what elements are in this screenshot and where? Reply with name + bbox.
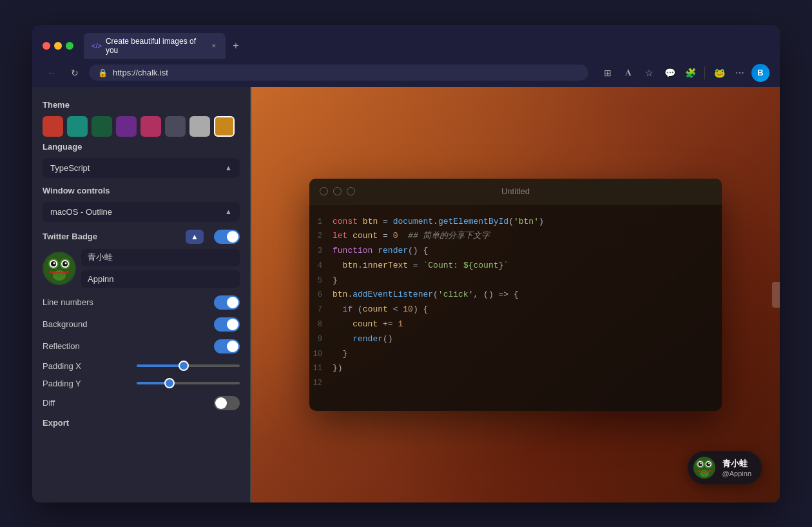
toolbar-right: ⊞ 𝐀 ☆ 💬 🧩 🐸 ⋯ B <box>599 64 769 82</box>
color-swatch-light-gray[interactable] <box>189 116 210 137</box>
twitter-badge-label: Twitter Badge <box>43 232 97 241</box>
window-controls-value: macOS - Outline <box>50 207 112 217</box>
padding-y-row: Padding Y <box>43 379 240 388</box>
grid-view-button[interactable]: ⊞ <box>599 64 617 82</box>
color-swatch-teal[interactable] <box>67 116 88 137</box>
background-label: Background <box>43 319 87 329</box>
code-minimize-dot <box>333 187 342 195</box>
lock-icon: 🔒 <box>98 68 108 77</box>
reader-mode-button[interactable]: 𝐀 <box>619 64 637 82</box>
twitter-badge-header: Twitter Badge ▲ <box>43 230 240 244</box>
badge-text: 青小蛙 @Appinn <box>722 458 751 477</box>
padding-x-label: Padding X <box>43 361 81 371</box>
code-line-4: 4 btn.innerText = `Count: ${count}` <box>309 259 722 273</box>
toolbar-divider <box>704 66 705 79</box>
code-line-9: 9 render() <box>309 332 722 347</box>
padding-x-slider[interactable] <box>137 364 240 367</box>
browser-window: </> Create beautiful images of you ✕ + ←… <box>32 25 780 502</box>
active-tab[interactable]: </> Create beautiful images of you ✕ <box>84 33 226 59</box>
language-dropdown[interactable]: TypeScript ▲ <box>43 158 240 178</box>
line-numbers-toggle[interactable] <box>214 295 240 310</box>
code-line-12: 12 <box>309 376 722 391</box>
title-bar: </> Create beautiful images of you ✕ + ←… <box>32 25 780 87</box>
color-swatch-red[interactable] <box>43 116 63 137</box>
twitter-badge-section: Twitter Badge ▲ <box>43 230 240 288</box>
code-line-10: 10 } <box>309 347 722 362</box>
color-swatch-purple[interactable] <box>116 116 137 137</box>
svg-point-8 <box>65 262 67 264</box>
frog-button[interactable]: 🐸 <box>710 64 728 82</box>
color-swatch-orange[interactable] <box>214 116 235 137</box>
badge-display-name: 青小蛙 <box>722 458 751 470</box>
svg-point-9 <box>53 270 66 281</box>
code-line-2: 2 let count = 0 ## 简单的分享下文字 <box>309 229 722 244</box>
background-toggle[interactable] <box>214 317 240 332</box>
tab-code-icon: </> <box>92 42 102 50</box>
color-swatch-dark-gray[interactable] <box>165 116 186 137</box>
diff-toggle[interactable] <box>214 396 240 410</box>
window-controls-label: Window controls <box>43 186 240 195</box>
code-line-7: 7 if (count < 10) { <box>309 303 722 317</box>
twitter-badge-widget: 青小蛙 @Appinn <box>688 451 762 484</box>
bing-button[interactable]: B <box>751 64 769 82</box>
theme-colors <box>43 116 240 137</box>
badge-inputs <box>43 249 240 288</box>
new-tab-button[interactable]: + <box>228 38 244 54</box>
background-row: Background <box>43 317 240 332</box>
refresh-button[interactable]: ↻ <box>66 64 84 82</box>
code-close-dot <box>320 187 328 195</box>
window-controls-dropdown[interactable]: macOS - Outline ▲ <box>43 202 240 222</box>
maximize-button[interactable] <box>66 42 73 50</box>
reflection-row: Reflection <box>43 339 240 353</box>
favorites-button[interactable]: ☆ <box>640 64 658 82</box>
svg-point-17 <box>700 462 701 464</box>
more-button[interactable]: ⋯ <box>731 64 749 82</box>
code-line-6: 6 btn.addEventListener('click', () => { <box>309 288 722 303</box>
back-button[interactable]: ← <box>43 64 61 82</box>
reflection-label: Reflection <box>43 341 80 351</box>
main-content: Theme Language TypeScript ▲ Window contr… <box>32 87 780 502</box>
code-window-title: Untitled <box>501 186 530 196</box>
badge-frog-avatar <box>693 456 716 479</box>
badge-handle-input[interactable] <box>81 270 240 288</box>
twitter-badge-toggle[interactable] <box>214 230 240 244</box>
reflection-toggle[interactable] <box>214 339 240 353</box>
language-label: Language <box>43 142 240 152</box>
window-controls-dropdown-arrow: ▲ <box>225 208 232 215</box>
canvas-area: Untitled 1 const btn = document.getEleme… <box>251 87 780 502</box>
twitter-badge-expand-button[interactable]: ▲ <box>186 230 204 244</box>
tab-title: Create beautiful images of you <box>106 37 203 55</box>
frog-avatar-image <box>43 252 75 284</box>
badge-handle-display: @Appinn <box>722 470 751 477</box>
address-bar-row: ← ↻ 🔒 https://chalk.ist ⊞ 𝐀 ☆ 💬 🧩 🐸 ⋯ B <box>32 59 780 87</box>
code-line-1: 1 const btn = document.getElementById('b… <box>309 215 722 230</box>
badge-name-input[interactable] <box>81 249 240 266</box>
color-swatch-pink-red[interactable] <box>140 116 161 137</box>
code-line-5: 5 } <box>309 273 722 288</box>
minimize-button[interactable] <box>54 42 62 50</box>
address-bar[interactable]: 🔒 https://chalk.ist <box>89 65 588 81</box>
code-line-11: 11 }) <box>309 361 722 376</box>
collections-button[interactable]: 💬 <box>661 64 679 82</box>
close-button[interactable] <box>43 42 50 50</box>
line-numbers-label: Line numbers <box>43 297 93 307</box>
theme-label: Theme <box>43 100 240 110</box>
tab-close-button[interactable]: ✕ <box>209 41 218 50</box>
svg-point-18 <box>708 462 710 464</box>
svg-point-16 <box>706 462 710 466</box>
sidebar: Theme Language TypeScript ▲ Window contr… <box>32 87 251 502</box>
canvas-resize-handle[interactable] <box>772 282 780 308</box>
line-numbers-row: Line numbers <box>43 295 240 310</box>
badge-fields <box>81 249 240 288</box>
color-swatch-dark-green[interactable] <box>92 116 112 137</box>
svg-point-7 <box>53 262 55 264</box>
padding-y-slider[interactable] <box>137 382 240 384</box>
traffic-lights <box>43 42 73 50</box>
padding-y-label: Padding Y <box>43 379 81 388</box>
url-text: https://chalk.ist <box>113 68 579 77</box>
diff-row: Diff <box>43 396 240 410</box>
extensions-button[interactable]: 🧩 <box>681 64 699 82</box>
diff-label: Diff <box>43 398 55 408</box>
code-window: Untitled 1 const btn = document.getEleme… <box>309 179 722 411</box>
code-line-8: 8 count += 1 <box>309 317 722 332</box>
